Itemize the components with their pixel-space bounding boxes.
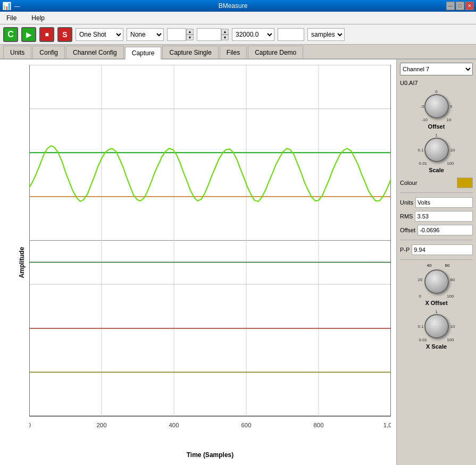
trigger-select[interactable]: None Rising Falling	[127, 28, 164, 41]
channel-select[interactable]: Channel 7	[400, 63, 473, 75]
offset-scale-right: 5	[450, 104, 452, 109]
offset-stat-value: -0.0696	[417, 225, 473, 235]
x-scale-knob[interactable]	[424, 314, 449, 339]
x-offset-scale-20: 20	[418, 277, 423, 282]
svg-text:800: 800	[314, 422, 324, 428]
x-scale-scale-botleft: 0.01	[419, 337, 428, 342]
level-down-button[interactable]: ▼	[186, 35, 194, 40]
x-offset-knob[interactable]	[424, 269, 449, 294]
close-button[interactable]: ✕	[465, 2, 474, 10]
offset-scale-left: -5	[421, 104, 424, 109]
x-scale-scale-botright: 100	[447, 337, 454, 342]
tab-capture-demo[interactable]: Capture Demo	[248, 46, 303, 58]
scale-scale-botleft: 0.01	[419, 161, 428, 166]
x-scale-scale-top: 1	[435, 309, 437, 314]
offset-stat-label: Offset	[400, 227, 415, 233]
svg-text:400: 400	[169, 422, 179, 428]
rms-label: RMS	[400, 213, 413, 219]
scale-scale-left: 0.1	[418, 148, 424, 153]
tab-files[interactable]: Files	[220, 46, 247, 58]
svg-text:600: 600	[241, 422, 252, 428]
window-title: BMeasure	[20, 2, 446, 10]
rms-value: 3.53	[415, 211, 473, 222]
x-offset-scale-60: 60	[445, 263, 450, 268]
level2-up-button[interactable]: ▲	[221, 29, 229, 35]
level-spin-btns: ▲ ▼	[186, 29, 194, 40]
s-button[interactable]: S	[57, 27, 72, 42]
minimize-button[interactable]: —	[446, 2, 455, 10]
x-offset-scale-100: 100	[447, 294, 454, 299]
scale-scale-botright: 100	[447, 161, 454, 166]
offset-knob-outer: 0 -5 5 -10 10	[421, 90, 453, 122]
pp-row: P-P 9.94	[400, 244, 473, 255]
units-label: Units	[400, 199, 413, 206]
svg-text:1,000: 1,000	[383, 422, 391, 428]
title-bar-left: 📊 —	[2, 2, 20, 10]
samples-unit-select[interactable]: samples seconds	[307, 28, 345, 41]
chart-area: Amplitude Time (Samples)	[0, 60, 396, 465]
toolbar: C ▶ ■ S One Shot Continuous Gated None R…	[0, 24, 476, 45]
units-row: Units Volts	[400, 197, 473, 208]
pp-value: 9.94	[412, 244, 473, 255]
divider1	[400, 192, 473, 193]
stop-icon: ■	[45, 31, 48, 38]
samples-input[interactable]: 1000	[278, 28, 304, 41]
x-axis-label: Time (Samples)	[29, 451, 391, 459]
offset-scale-botleft: -10	[422, 117, 428, 122]
rate-select[interactable]: 32000.0 16000.0 8000.0	[232, 28, 274, 41]
colour-row: Colour	[400, 177, 473, 188]
right-panel: Channel 7 U0.AI7 0 -5 5 -10 10 Offset 1 …	[396, 60, 476, 465]
level2-spin: 0.00 ▲ ▼	[197, 28, 229, 41]
scale-knob-section: 1 0.1 10 0.01 100 Scale	[400, 134, 473, 173]
maximize-button[interactable]: □	[456, 2, 464, 10]
tab-capture-single[interactable]: Capture Single	[162, 46, 218, 58]
c-button[interactable]: C	[3, 27, 18, 42]
level-spin: 0 ▲ ▼	[167, 28, 194, 41]
tab-units[interactable]: Units	[3, 46, 31, 58]
tab-channel-config[interactable]: Channel Config	[66, 46, 124, 58]
x-scale-knob-section: 1 0.1 10 0.01 100 X Scale	[400, 310, 473, 350]
tab-config[interactable]: Config	[32, 46, 65, 58]
play-button[interactable]: ▶	[21, 27, 36, 42]
main-content: Amplitude Time (Samples)	[0, 60, 476, 465]
title-bar-controls: — □ ✕	[446, 2, 474, 10]
play-icon: ▶	[26, 30, 32, 39]
scale-knob-label: Scale	[429, 167, 444, 173]
x-offset-scale-0: 0	[419, 294, 421, 299]
offset-knob-section: 0 -5 5 -10 10 Offset	[400, 90, 473, 130]
level2-down-button[interactable]: ▼	[221, 35, 229, 40]
level2-spin-btns: ▲ ▼	[221, 29, 229, 40]
x-scale-scale-left: 0.1	[418, 324, 424, 329]
offset-stat-row: Offset -0.0696	[400, 225, 473, 235]
minimize-icon: —	[14, 3, 20, 9]
colour-box[interactable]	[457, 177, 473, 188]
x-offset-scale-80: 80	[450, 277, 455, 282]
level2-input[interactable]: 0.00	[197, 28, 221, 41]
title-bar: 📊 — BMeasure — □ ✕	[0, 0, 476, 12]
pp-label: P-P	[400, 247, 410, 253]
svg-text:200: 200	[97, 422, 107, 428]
units-value: Volts	[415, 197, 473, 208]
svg-text:0: 0	[29, 422, 31, 428]
x-scale-knob-label: X Scale	[426, 343, 447, 350]
scale-scale-right: 10	[450, 148, 455, 153]
stop-button[interactable]: ■	[39, 27, 54, 42]
level-input[interactable]: 0	[167, 28, 186, 41]
tab-capture[interactable]: Capture	[125, 47, 162, 60]
rms-row: RMS 3.53	[400, 211, 473, 222]
level-up-button[interactable]: ▲	[186, 29, 194, 35]
mode-select[interactable]: One Shot Continuous Gated	[76, 28, 123, 41]
menu-help[interactable]: Help	[27, 13, 49, 23]
menu-file[interactable]: File	[2, 13, 21, 23]
offset-knob[interactable]	[424, 94, 449, 119]
colour-label: Colour	[400, 180, 417, 186]
y-axis-label: Amplitude	[18, 247, 26, 278]
offset-scale-top: 0	[435, 89, 437, 94]
x-offset-knob-label: X Offset	[425, 300, 447, 306]
x-scale-scale-right: 10	[450, 324, 455, 329]
tabs-bar: Units Config Channel Config Capture Capt…	[0, 45, 476, 60]
chart-svg: 8 7 6 5 4 3 2 1 0 0 200 400 600 800 1,00…	[29, 65, 391, 438]
divider3	[400, 259, 473, 260]
menu-bar: File Help	[0, 12, 476, 24]
scale-knob[interactable]	[424, 138, 449, 162]
